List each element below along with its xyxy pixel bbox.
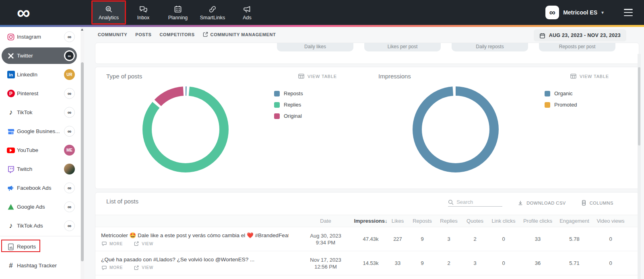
legend-label: Original — [284, 113, 302, 119]
chart-title: Impressions — [378, 73, 411, 80]
profile-badge: ME — [64, 145, 75, 156]
tab-competitors[interactable]: COMPETITORS — [160, 32, 195, 37]
column-impressions-sorted[interactable]: Impressions↓ — [353, 218, 388, 224]
sidebar-item-google-business[interactable]: G Google Busines... ∞ — [0, 122, 80, 141]
column-video-views[interactable]: Video views — [590, 218, 631, 224]
charts-card: Type of posts VIEW TABLE RepostsRepliesO… — [95, 67, 639, 189]
sidebar-item-twitch[interactable]: Twitch — [0, 160, 80, 178]
pill-likes-per-post[interactable]: Likes per post — [364, 43, 441, 51]
column-date[interactable]: Date — [298, 218, 353, 224]
sort-desc-icon: ↓ — [385, 218, 388, 224]
list-controls: DOWNLOAD CSV COLUMNS — [448, 199, 613, 207]
table-icon — [298, 74, 304, 79]
facebook-ads-megaphone-icon — [6, 184, 15, 193]
replies-value: 3 — [438, 236, 460, 242]
view-table-button[interactable]: VIEW TABLE — [570, 74, 609, 79]
nav-label: SmartLinks — [200, 15, 225, 21]
sidebar-item-reports[interactable]: Reports — [0, 237, 80, 256]
ads-megaphone-icon — [243, 5, 252, 14]
svg-text:G: G — [11, 132, 13, 134]
scrollbar-thumb[interactable] — [81, 62, 84, 261]
pill-reposts-per-post[interactable]: Reposts per post — [539, 43, 615, 51]
connection-badge: ∞ — [64, 220, 75, 231]
sidebar-item-youtube[interactable]: YouTube ME — [0, 141, 80, 160]
column-link-clicks[interactable]: Link clicks — [490, 218, 517, 224]
nav-inbox[interactable]: Inbox — [127, 2, 159, 23]
table-row: Metricooler 🤩 Dale like a este post y ve… — [95, 227, 639, 251]
inbox-chat-icon — [139, 5, 148, 14]
comment-icon — [102, 241, 107, 246]
profile-badge: UR — [64, 69, 75, 80]
column-replies[interactable]: Replies — [438, 218, 460, 224]
tab-community[interactable]: COMMUNITY — [98, 32, 127, 37]
download-csv-button[interactable]: DOWNLOAD CSV — [518, 200, 566, 206]
legend-swatch — [545, 91, 550, 96]
column-likes[interactable]: Likes — [388, 218, 407, 224]
date-range-picker[interactable]: AUG 23, 2023 - NOV 23, 2023 — [534, 29, 626, 41]
column-quotes[interactable]: Quotes — [460, 218, 490, 224]
legend-item-organic: Organic — [545, 90, 577, 96]
columns-button[interactable]: COLUMNS — [581, 200, 613, 206]
scroll-up-arrow-icon[interactable] — [81, 29, 83, 31]
connection-badge: ∞ — [64, 31, 75, 42]
sidebar-item-google-ads[interactable]: Google Ads ∞ — [0, 197, 80, 216]
column-engagement[interactable]: Engagement — [558, 218, 590, 224]
sidebar-item-tiktok[interactable]: ♪ TikTok ∞ — [0, 103, 80, 122]
sidebar-item-twitter[interactable]: Twitter ∞ — [0, 46, 80, 65]
nav-smartlinks[interactable]: SmartLinks — [196, 2, 229, 23]
metricool-logo-icon[interactable]: ∞ — [17, 1, 30, 24]
tab-community-management[interactable]: COMMUNITY MANAGEMENT — [203, 32, 276, 37]
view-button[interactable]: VIEW — [134, 241, 153, 246]
sidebar-item-instagram[interactable]: Instagram ∞ — [0, 27, 80, 46]
scrollbar-thumb[interactable] — [638, 67, 640, 146]
top-navbar: ∞ @ Analytics Inbo — [0, 0, 644, 25]
search-input[interactable] — [456, 199, 499, 205]
nav-ads[interactable]: Ads — [231, 2, 263, 23]
sidebar-item-linkedin[interactable]: in LinkedIn UR — [0, 65, 80, 84]
nav-analytics[interactable]: @ Analytics — [93, 2, 125, 23]
column-profile-clicks[interactable]: Profile clicks — [517, 218, 558, 224]
legend-swatch — [274, 102, 280, 108]
impressions-section: Impressions VIEW TABLE OrganicPromoted — [367, 67, 640, 189]
external-link-icon — [134, 265, 139, 270]
chevron-down-icon: ▾ — [601, 10, 604, 15]
likes-value: 227 — [388, 236, 407, 242]
google-business-icon: G — [6, 127, 15, 136]
connection-badge: ∞ — [64, 183, 75, 193]
pill-daily-likes[interactable]: Daily likes — [277, 43, 353, 51]
post-date: Nov 17, 202312:56 PM — [298, 256, 353, 270]
post-cell: ¿Qué ha pasado con #Llados? ¿Se volvió l… — [101, 256, 298, 270]
comment-icon — [102, 265, 107, 270]
type-of-posts-section: Type of posts VIEW TABLE RepostsRepliesO… — [95, 67, 367, 189]
more-button[interactable]: MORE — [102, 265, 123, 270]
sidebar: Instagram ∞ Twitter ∞ in LinkedIn UR P P… — [0, 27, 80, 279]
menu-hamburger-icon[interactable] — [624, 9, 633, 16]
column-reposts[interactable]: Reposts — [407, 218, 438, 224]
legend-label: Organic — [554, 90, 573, 96]
columns-icon — [581, 200, 586, 206]
legend-item-original: Original — [274, 113, 303, 119]
connection-badge: ∞ — [64, 107, 75, 118]
download-icon — [518, 200, 523, 206]
linkedin-icon: in — [6, 70, 15, 79]
view-button[interactable]: VIEW — [134, 265, 153, 270]
sidebar-item-tiktok-ads[interactable]: ♪ TikTok Ads ∞ — [0, 216, 80, 235]
quotes-value: 3 — [460, 260, 490, 266]
post-text: ¿Qué ha pasado con #Llados? ¿Se volvió l… — [101, 256, 289, 263]
sidebar-item-hashtag-tracker[interactable]: # Hashtag Tracker — [0, 256, 80, 275]
legend-label: Reposts — [284, 90, 303, 96]
more-button[interactable]: MORE — [102, 241, 123, 246]
post-cell: Metricooler 🤩 Dale like a este post y ve… — [101, 232, 298, 246]
content-scrollbar[interactable] — [638, 54, 641, 279]
sidebar-scrollbar[interactable] — [80, 27, 84, 279]
nav-planning[interactable]: Planning — [162, 2, 194, 23]
pill-daily-reposts[interactable]: Daily reposts — [452, 43, 528, 51]
tab-posts[interactable]: POSTS — [135, 32, 151, 37]
view-table-button[interactable]: VIEW TABLE — [298, 74, 337, 79]
sidebar-item-facebook-ads[interactable]: Facebook Ads ∞ — [0, 178, 80, 197]
connection-badge: ∞ — [64, 126, 75, 137]
account-switcher[interactable]: ∞ Metricool ES ▾ — [545, 0, 604, 25]
sidebar-item-pinterest[interactable]: P Pinterest ∞ — [0, 84, 80, 103]
main-content: COMMUNITY POSTS COMPETITORS COMMUNITY MA… — [84, 27, 641, 279]
calendar-icon — [539, 33, 545, 39]
